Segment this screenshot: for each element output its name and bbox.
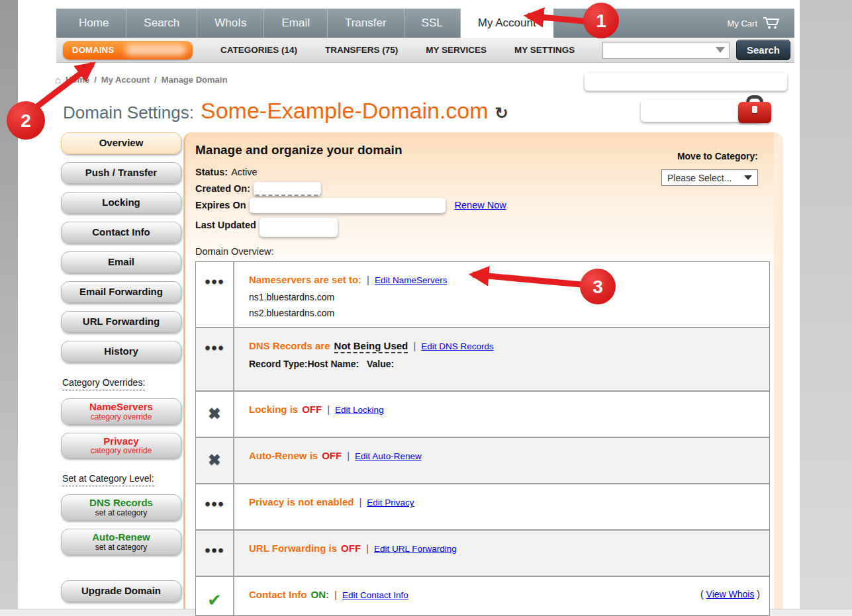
domain-overview-table: ●●● Nameservers are set to: | Edit NameS… bbox=[195, 261, 770, 616]
redaction-box bbox=[254, 182, 321, 196]
nameserver-1: ns1.bluestardns.com bbox=[249, 290, 763, 305]
view-whois: ( View Whois ) bbox=[700, 589, 760, 599]
row-title: Locking is bbox=[249, 404, 298, 415]
dots-icon: ●●● bbox=[205, 544, 224, 576]
chevron-down-icon[interactable] bbox=[716, 47, 725, 53]
move-to-category: Move to Category: Please Select... bbox=[661, 151, 758, 186]
nav-tab-home[interactable]: Home bbox=[62, 9, 126, 38]
table-row-locking: ✖ Locking is OFF | Edit Locking bbox=[196, 392, 769, 438]
search-combobox[interactable] bbox=[602, 42, 730, 59]
domains-label: DOMAINS bbox=[72, 45, 115, 55]
table-row-contact-info: ✔ Contact Info ON: | Edit Contact Info (… bbox=[196, 577, 769, 615]
breadcrumb-home[interactable]: Home bbox=[66, 75, 89, 85]
nav-tab-my-account[interactable]: My Account bbox=[461, 3, 553, 38]
edit-locking-link[interactable]: Edit Locking bbox=[335, 405, 384, 415]
expires-line: Expires On Renew Now bbox=[195, 197, 766, 214]
upgrade-domain-button[interactable]: Upgrade Domain bbox=[61, 580, 181, 602]
row-title: URL Forwarding is bbox=[249, 543, 337, 554]
window-left-edge bbox=[0, 0, 18, 609]
breadcrumb-separator: / bbox=[94, 75, 97, 85]
sidebar-item-dns-records-category[interactable]: DNS Records set at category bbox=[61, 494, 181, 521]
top-nav: Home Search WhoIs Email Transfer SSL My … bbox=[56, 9, 794, 38]
sidebar-item-locking[interactable]: Locking bbox=[61, 192, 181, 214]
nav-tab-transfer[interactable]: Transfer bbox=[328, 9, 404, 38]
subnav-tab-categories[interactable]: CATEGORIES (14) bbox=[220, 45, 297, 55]
toolbox-icon[interactable] bbox=[738, 95, 771, 123]
created-label: Created On: bbox=[195, 181, 250, 197]
sidebar-item-privacy-override[interactable]: Privacy category override bbox=[61, 433, 181, 459]
row-title: Privacy is not enabled bbox=[249, 496, 354, 507]
page-title-domain: Some-Example-Domain.com bbox=[201, 98, 489, 124]
edit-nameservers-link[interactable]: Edit NameServers bbox=[375, 275, 448, 285]
subnav-tab-my-services[interactable]: MY SERVICES bbox=[426, 45, 487, 55]
sidebar-item-contact-info[interactable]: Contact Info bbox=[61, 222, 181, 243]
x-icon: ✖ bbox=[208, 405, 220, 437]
status-label: Status: bbox=[195, 164, 228, 181]
cart-icon bbox=[763, 17, 780, 30]
subnav-tab-transfers[interactable]: TRANSFERS (75) bbox=[325, 45, 398, 55]
updated-line: Last Updated bbox=[195, 214, 766, 237]
updated-label: Last Updated bbox=[195, 217, 256, 234]
row-status: ON: bbox=[311, 589, 330, 600]
category-select[interactable]: Please Select... bbox=[661, 169, 758, 186]
svg-text:2: 2 bbox=[21, 110, 31, 131]
nav-tab-email[interactable]: Email bbox=[264, 9, 328, 38]
search-button[interactable]: Search bbox=[736, 40, 790, 60]
subnav-tab-domains[interactable]: DOMAINS bbox=[63, 41, 193, 60]
row-status: OFF bbox=[322, 450, 342, 461]
domain-manager-screen: Home Search WhoIs Email Transfer SSL My … bbox=[0, 0, 852, 616]
my-cart-label: My Cart bbox=[728, 19, 758, 28]
sidebar-item-nameservers-override[interactable]: NameServers category override bbox=[61, 398, 181, 425]
x-icon: ✖ bbox=[208, 451, 220, 483]
sidebar-item-url-forwarding[interactable]: URL Forwarding bbox=[61, 311, 181, 333]
category-select-value: Please Select... bbox=[667, 173, 732, 183]
subnav-search-group: Search bbox=[602, 40, 794, 60]
sidebar-item-history[interactable]: History bbox=[61, 341, 181, 363]
my-cart[interactable]: My Cart bbox=[728, 9, 795, 38]
nameserver-2: ns2.bluestardns.com bbox=[249, 306, 763, 321]
table-row-nameservers: ●●● Nameservers are set to: | Edit NameS… bbox=[196, 262, 769, 328]
refresh-icon[interactable]: ↻ bbox=[495, 104, 508, 122]
row-title: DNS Records are bbox=[249, 340, 330, 351]
edit-privacy-link[interactable]: Edit Privacy bbox=[367, 498, 414, 507]
sidebar-item-overview[interactable]: Overview bbox=[61, 132, 181, 154]
search-input[interactable] bbox=[603, 42, 729, 58]
nav-spacer bbox=[553, 9, 728, 38]
edit-contact-info-link[interactable]: Edit Contact Info bbox=[342, 590, 408, 600]
sidebar-item-email[interactable]: Email bbox=[61, 251, 181, 273]
redaction-blur bbox=[125, 44, 186, 56]
row-title: Nameservers are set to: bbox=[249, 274, 361, 285]
redaction-box bbox=[585, 73, 787, 91]
dots-icon: ●●● bbox=[205, 341, 224, 390]
breadcrumb-current: Manage Domain bbox=[162, 75, 228, 85]
edit-auto-renew-link[interactable]: Edit Auto-Renew bbox=[355, 451, 422, 461]
breadcrumb: ⌂ Home / My Account / Manage Domain bbox=[55, 74, 227, 85]
nav-tab-ssl[interactable]: SSL bbox=[404, 9, 461, 38]
subnav-tab-my-settings[interactable]: MY SETTINGS bbox=[514, 45, 575, 55]
nav-tab-whois[interactable]: WhoIs bbox=[197, 9, 264, 38]
category-overrides-heading: Category Overrides: bbox=[62, 377, 145, 390]
renew-now-link[interactable]: Renew Now bbox=[455, 197, 506, 214]
table-row-url-forwarding: ●●● URL Forwarding is OFF | Edit URL For… bbox=[196, 531, 769, 577]
edit-url-forwarding-link[interactable]: Edit URL Forwarding bbox=[374, 544, 457, 554]
row-status: OFF bbox=[302, 404, 322, 415]
row-title: Auto-Renew is bbox=[249, 450, 318, 461]
domain-overview-label: Domain Overview: bbox=[195, 246, 766, 257]
edit-dns-records-link[interactable]: Edit DNS Records bbox=[421, 341, 494, 351]
expires-label: Expires On bbox=[195, 197, 246, 214]
sidebar-item-email-forwarding[interactable]: Email Forwarding bbox=[61, 281, 181, 303]
page: Home Search WhoIs Email Transfer SSL My … bbox=[50, 0, 800, 609]
page-title: Domain Settings: Some-Example-Domain.com… bbox=[63, 98, 508, 124]
breadcrumb-my-account[interactable]: My Account bbox=[101, 75, 150, 85]
sidebar-item-push-transfer[interactable]: Push / Transfer bbox=[61, 162, 181, 184]
sidebar: Overview Push / Transfer Locking Contact… bbox=[60, 132, 183, 610]
check-icon: ✔ bbox=[207, 590, 222, 615]
dots-icon: ●●● bbox=[205, 498, 224, 529]
home-icon: ⌂ bbox=[55, 74, 61, 85]
row-status: Not Being Used bbox=[334, 340, 408, 353]
view-whois-link[interactable]: View Whois bbox=[706, 589, 755, 599]
sidebar-item-auto-renew-category[interactable]: Auto-Renew set at category bbox=[61, 529, 181, 555]
nav-tab-search[interactable]: Search bbox=[126, 9, 197, 38]
set-at-category-heading: Set at Category Level: bbox=[62, 473, 154, 486]
record-header: Record Type:Host Name: Value: bbox=[249, 359, 763, 369]
